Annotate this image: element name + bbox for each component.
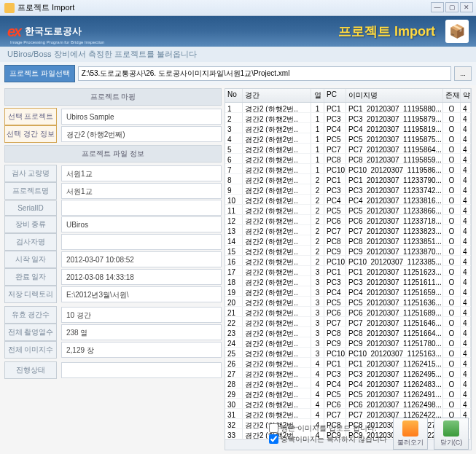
select-file-button[interactable]: 프로젝트 파일선택	[4, 65, 75, 82]
close-button[interactable]: ✕	[460, 2, 473, 12]
field-value: UBiros	[61, 216, 222, 232]
upload-original-checkbox[interactable]: 원본 이미지를 업로드 합니다.	[269, 423, 387, 434]
field-row: 저장 디렉토리E:\2012년3월\서원\	[4, 286, 222, 303]
table-row[interactable]: 4경간2 (하행2번..1PC5PC5_20120307_11195875...…	[225, 133, 471, 144]
col-img[interactable]: 이미지명	[346, 89, 443, 102]
table-row[interactable]: 5경간2 (하행2번..1PC7PC7_20120307_11195864...…	[225, 144, 471, 154]
field-label: 저장 디렉토리	[4, 286, 57, 303]
field-row: 완료 일자2012-03-08 14:33:18	[4, 268, 222, 286]
field-label: 선택 프로젝트	[4, 108, 57, 125]
exit-button[interactable]: 닫기(C)	[434, 418, 469, 450]
table-header-row: No 경간 열 PC 이미지명 존재 약	[225, 89, 471, 103]
table-body[interactable]: 1경간2 (하행2번..1PC1PC1_20120307_11195880...…	[225, 103, 471, 439]
field-row: 전체 촬영열수238 열	[4, 324, 222, 341]
field-row: SerialID	[4, 200, 222, 216]
table-row[interactable]: 6경간2 (하행2번..1PC8PC8_20120307_11195859...…	[225, 154, 471, 164]
skip-duplicate-label: 중복이미지는 복사하지 않습니다	[281, 434, 387, 445]
col-u[interactable]: 약	[461, 89, 471, 102]
table-row[interactable]: 10경간2 (하행2번..2PC4PC4_20120307_11233816..…	[225, 195, 471, 205]
project-path-input[interactable]	[78, 66, 451, 81]
table-row[interactable]: 20경간2 (하행2번..3PC5PC5_20120307_11251636..…	[225, 297, 471, 307]
table-row[interactable]: 24경간2 (하행2번..3PC9PC9_20120307_11251780..…	[225, 337, 471, 348]
col-pc[interactable]: PC	[324, 89, 346, 102]
field-label: 전체 이미지수	[4, 341, 57, 359]
browse-button[interactable]: ...	[454, 66, 472, 81]
minimize-button[interactable]: —	[431, 2, 444, 12]
fileinfo-header: 프로젝트 파일 정보	[4, 145, 222, 163]
table-row[interactable]: 14경간2 (하행2번..2PC8PC8_20120307_11233851..…	[225, 235, 471, 246]
table-row[interactable]: 15경간2 (하행2번..2PC9PC9_20120307_11233870..…	[225, 246, 471, 256]
field-row: 선택 경간 정보경간2 (하행2번째)	[4, 125, 222, 143]
field-label: 장비 종류	[4, 216, 57, 233]
table-row[interactable]: 2경간2 (하행2번..1PC3PC3_20120307_11195879...…	[225, 113, 471, 123]
ex-logo-icon: ex	[7, 23, 20, 40]
table-row[interactable]: 16경간2 (하행2번..2PC10PC10_20120307_1123385.…	[225, 256, 471, 266]
table-row[interactable]: 26경간2 (하행2번..4PC1PC1_20120307_11262415..…	[225, 358, 471, 368]
table-row[interactable]: 13경간2 (하행2번..2PC7PC7_20120307_11233823..…	[225, 225, 471, 235]
table-row[interactable]: 17경간2 (하행2번..3PC1PC1_20120307_11251623..…	[225, 266, 471, 276]
table-row[interactable]: 28경간2 (하행2번..4PC4PC4_20120307_11262483..…	[225, 378, 471, 388]
subtitle-text: UBiros/Boss 장비에서 측정한 프로젝트를 불러옵니다	[0, 47, 476, 62]
mapping-header: 프로젝트 마핑	[4, 88, 222, 106]
import-button-label: 불러오기	[397, 438, 424, 447]
field-value: 서원1교	[61, 183, 222, 199]
col-span[interactable]: 경간	[243, 89, 311, 102]
table-row[interactable]: 12경간2 (하행2번..2PC6PC6_20120307_11233718..…	[225, 215, 471, 225]
field-value: 경간2 (하행2번째)	[61, 126, 222, 142]
import-icon	[402, 420, 418, 437]
field-row: 검사자명	[4, 233, 222, 251]
field-label: 완료 일자	[4, 268, 57, 286]
title-bar: 프로젝트 Import — ▢ ✕	[0, 0, 476, 16]
import-box-icon: 📦	[445, 20, 469, 43]
field-value: 2012-03-07 10:08:52	[61, 251, 222, 267]
table-row[interactable]: 29경간2 (하행2번..4PC5PC5_20120307_11262491..…	[225, 388, 471, 399]
table-row[interactable]: 11경간2 (하행2번..2PC5PC5_20120307_11233866..…	[225, 205, 471, 215]
field-value	[61, 234, 222, 250]
field-value: 10 경간	[61, 307, 222, 323]
col-no[interactable]: No	[225, 89, 243, 102]
table-row[interactable]: 8경간2 (하행2번..2PC1PC1_20120307_11233790...…	[225, 174, 471, 184]
table-row[interactable]: 7경간2 (하행2번..1PC10PC10_20120307_1119586..…	[225, 164, 471, 174]
table-row[interactable]: 1경간2 (하행2번..1PC1PC1_20120307_11195880...…	[225, 103, 471, 113]
field-value	[61, 362, 222, 378]
skip-duplicate-checkbox[interactable]: 중복이미지는 복사하지 않습니다	[269, 434, 387, 445]
upload-original-label: 원본 이미지를 업로드 합니다.	[281, 423, 376, 434]
field-row: 검사 교량명서원1교	[4, 165, 222, 182]
col-t[interactable]: 열	[311, 89, 324, 102]
table-row[interactable]: 3경간2 (하행2번..1PC4PC4_20120307_11195819...…	[225, 123, 471, 133]
field-row: 시작 일자2012-03-07 10:08:52	[4, 251, 222, 268]
field-row: 장비 종류UBiros	[4, 216, 222, 233]
field-label: SerialID	[4, 200, 57, 216]
table-row[interactable]: 19경간2 (하행2번..3PC4PC4_20120307_11251659..…	[225, 286, 471, 297]
table-row[interactable]: 25경간2 (하행2번..3PC10PC10_20120307_1125163.…	[225, 348, 471, 358]
exit-button-label: 닫기(C)	[440, 438, 463, 447]
table-row[interactable]: 22경간2 (하행2번..3PC7PC7_20120307_11251646..…	[225, 317, 471, 327]
maximize-button[interactable]: ▢	[445, 2, 459, 12]
company-name: 한국도로공사	[25, 25, 82, 38]
field-row: 프로젝트명서원1교	[4, 182, 222, 200]
path-row: 프로젝트 파일선택 ...	[0, 62, 476, 85]
table-row[interactable]: 9경간2 (하행2번..2PC3PC3_20120307_11233742...…	[225, 184, 471, 195]
table-row[interactable]: 30경간2 (하행2번..4PC6PC6_20120307_11262498..…	[225, 399, 471, 409]
col-exist[interactable]: 존재	[443, 89, 461, 102]
table-row[interactable]: 18경간2 (하행2번..3PC3PC3_20120307_11251611..…	[225, 276, 471, 286]
table-row[interactable]: 23경간2 (하행2번..3PC8PC8_20120307_11251664..…	[225, 327, 471, 337]
field-row: 진행상태	[4, 361, 222, 379]
banner-title: 프로젝트 Import	[338, 23, 435, 40]
field-label: 시작 일자	[4, 251, 57, 268]
field-label: 검사자명	[4, 233, 57, 251]
field-label: 프로젝트명	[4, 182, 57, 200]
field-value: 238 열	[61, 324, 222, 340]
import-button[interactable]: 불러오기	[393, 418, 428, 450]
field-label: 검사 교량명	[4, 165, 57, 182]
window-title: 프로젝트 Import	[17, 2, 74, 13]
field-label: 유효 경간수	[4, 306, 57, 324]
field-row: 전체 이미지수2,129 장	[4, 341, 222, 359]
image-table: No 경간 열 PC 이미지명 존재 약 1경간2 (하행2번..1PC1PC1…	[225, 88, 472, 450]
table-row[interactable]: 27경간2 (하행2번..4PC3PC3_20120307_11262495..…	[225, 368, 471, 378]
field-value: 2,129 장	[61, 342, 222, 358]
field-value: 서원1교	[61, 165, 222, 181]
field-label: 진행상태	[4, 361, 57, 379]
bottom-bar: 원본 이미지를 업로드 합니다. 중복이미지는 복사하지 않습니다 불러오기 닫…	[269, 418, 469, 450]
table-row[interactable]: 21경간2 (하행2번..3PC6PC6_20120307_11251689..…	[225, 307, 471, 317]
